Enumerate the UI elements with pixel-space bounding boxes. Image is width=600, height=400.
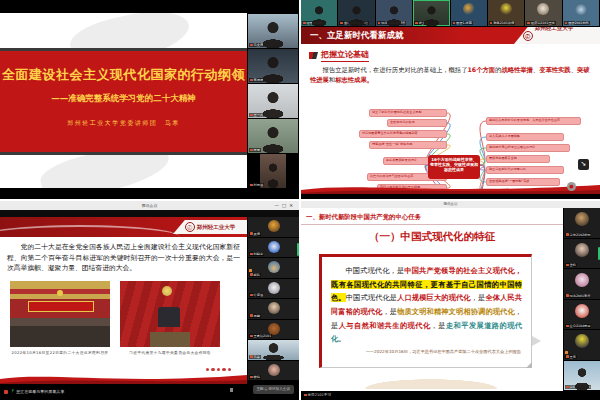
participant-strip: 经管林清蕊 会计2101董永洁 物流2001张梦瑶 张少华 国贸1-张蕊 财务2…	[301, 0, 600, 26]
mic-icon	[340, 22, 343, 25]
quote-box: 中国式现代化，是中国共产党领导的社会主义现代化，既有各国现代化的共同特征，更有基…	[319, 254, 532, 368]
section-flag-icon	[309, 52, 318, 59]
participant-name: 国贸1-张蕊	[456, 21, 472, 25]
participant-name: 吴倩	[254, 232, 260, 236]
close-icon[interactable]: ✕	[289, 203, 296, 208]
participant-name: 李婷婷	[254, 78, 264, 82]
video-tile[interactable]: 陈雪	[248, 119, 298, 153]
mindmap-node: 深入实施人才强国战略	[486, 133, 564, 141]
notification-icon[interactable]	[230, 388, 233, 392]
mindmap-node: 全面加强党的领导	[387, 119, 447, 127]
window-title: 腾讯会议	[142, 203, 158, 208]
participant-name: 马文博	[254, 43, 264, 47]
university-emblem-icon: Ⓩ	[523, 31, 533, 41]
slide-body-text: 报告立足新时代，在进行历史对比的基础上，概括了16个方面的战略性举措、变革性实践…	[310, 65, 591, 85]
university-logo: Ⓩ 郑州轻工业大学ZHENGZHOU UNIVERSITY OF LIGHT I…	[514, 27, 600, 44]
recording-icon	[4, 390, 8, 394]
upload-arrow-icon: ⇡	[10, 389, 14, 394]
meeting-screenshot-collage: 全面建设社会主义现代化国家的行动纲领 ——准确完整系统学习党的二十大精神 郑州轻…	[0, 0, 600, 400]
video-tile[interactable]: 国贸2001杨彤	[563, 0, 599, 26]
quote-source-caption: ——2022年10月16日，习近平总书记在中国共产党第二十次全国代表大会上的报告	[332, 349, 521, 354]
screen-share-annotation-icon[interactable]: ➘	[578, 159, 589, 170]
minimize-icon[interactable]: —	[274, 203, 282, 208]
quadrant-modernization-slide: 腾讯会议 一、新时代新阶段中国共产党的中心任务 （一）中国式现代化的特征 中国式…	[301, 201, 600, 400]
logo-text-cn: 郑州轻工业大学	[535, 27, 574, 31]
mic-icon	[250, 79, 253, 82]
mic-icon	[566, 355, 569, 358]
video-tile[interactable]: 国贸1-张蕊	[451, 0, 487, 26]
participant-name: 陈雪	[254, 148, 260, 152]
video-tile[interactable]: 刘晓宇	[248, 238, 299, 258]
cover-banner: 全面建设社会主义现代化国家的行动纲领 ——准确完整系统学习党的二十大精神 郑州轻…	[0, 48, 247, 155]
participant-name: 物流2001李瑶	[570, 294, 591, 298]
mic-icon	[250, 376, 253, 379]
participant-strip: 吴倩 刘晓宇 赵航 叶紫涵 周敏 王嘉欣2101 马寒 林悦	[248, 217, 299, 387]
mic-icon	[566, 294, 569, 297]
reaction-icon[interactable]: ●	[567, 182, 576, 191]
mindmap-center-node: 16个方面的战略性举措、变革性实践、突破性进展和标志性成果	[428, 155, 480, 179]
video-tile[interactable]: 李婷婷	[248, 49, 298, 83]
emblem-decoration	[57, 290, 63, 296]
quadrant-title-slide: 全面建设社会主义现代化国家的行动纲领 ——准确完整系统学习党的二十大精神 郑州轻…	[0, 0, 299, 199]
video-tile[interactable]: 应心2104陈霞	[564, 300, 600, 330]
mic-icon	[415, 22, 418, 25]
scrollbar-handle[interactable]	[297, 243, 299, 256]
video-tile[interactable]: 经济学2101王强	[525, 0, 561, 26]
video-tile-live[interactable]: 学前2101李珂	[564, 361, 600, 391]
join-request-toast[interactable]: 王晓洁 申请加入会议	[253, 385, 295, 394]
video-tile[interactable]: 物流2001李瑶	[564, 269, 600, 299]
video-tile[interactable]: 叶紫涵	[248, 279, 299, 299]
slide-footer-wave	[301, 180, 600, 194]
slide-modernization: 一、新时代新阶段中国共产党的中心任务 （一）中国式现代化的特征 中国式现代化，是…	[301, 208, 563, 391]
participant-name: 财务2101许倩	[493, 21, 514, 25]
mic-icon	[565, 22, 568, 25]
video-tile[interactable]: 财务2101许倩	[488, 0, 524, 26]
share-status-text: 您正在观看马寒的屏幕共享	[16, 389, 64, 394]
university-logo: Ⓩ 郑州轻工业大学	[173, 220, 247, 234]
video-tile[interactable]: 马文博	[248, 14, 298, 48]
slide-cover: 全面建设社会主义现代化国家的行动纲领 ——准确完整系统学习党的二十大精神 郑州轻…	[0, 13, 247, 188]
podium	[150, 332, 190, 347]
video-tile[interactable]: 王一凡	[248, 84, 298, 118]
video-tile[interactable]: 王乐	[564, 330, 600, 360]
video-tile[interactable]: 经管林清蕊	[301, 0, 337, 26]
mindmap-node: 创立了新时代中国特色社会主义思想	[369, 109, 447, 117]
participant-name: 马寒	[254, 355, 260, 359]
video-tile-live[interactable]: 马寒	[248, 340, 299, 360]
video-tile[interactable]: 周敏	[248, 299, 299, 319]
video-tile[interactable]: 会计2101董永洁	[338, 0, 374, 26]
photo-speaker-podium	[120, 281, 220, 347]
slide-author: 郑州轻工业大学党委讲师团 马寒	[0, 119, 247, 128]
mindmap-node: 对党和国家事业作出科学完整的战略部署	[359, 130, 447, 138]
video-tile[interactable]: 物流2001张梦瑶	[376, 0, 412, 26]
quadrant-congress-slide: 腾讯会议 —□✕ Ⓩ 郑州轻工业大学 党的二十大是在全党全国各族人民迈上全面建设…	[0, 201, 299, 400]
page-dots[interactable]	[206, 368, 232, 372]
video-tile-portrait[interactable]: 刘思涵	[248, 154, 298, 188]
participant-name: 王一凡	[254, 113, 264, 117]
mic-icon	[250, 273, 253, 276]
participant-strip: 学前2102张雨 金莉 物流2001李瑶 应心2104陈霞 王乐 学前2101李…	[564, 208, 600, 391]
video-tile[interactable]: 王嘉欣2101	[248, 320, 299, 340]
video-tile[interactable]: 吴倩	[248, 217, 299, 237]
mic-icon	[453, 22, 456, 25]
mic-icon	[566, 264, 569, 267]
slide-header-title: 一、新时代新阶段中国共产党的中心任务	[306, 213, 558, 222]
video-tile[interactable]: 金莉	[564, 239, 600, 269]
slide-body-text: 党的二十大是在全党全国各族人民迈上全面建设社会主义现代化国家新征程、向第二个百年…	[7, 242, 240, 274]
mic-icon	[527, 22, 530, 25]
speaker-figure	[158, 307, 180, 327]
mindmap: 16个方面的战略性举措、变革性实践、突破性进展和标志性成果 创立了新时代中国特色…	[301, 107, 600, 181]
video-tile[interactable]: 学前2102张雨	[564, 208, 600, 238]
video-tile[interactable]: 林悦	[248, 361, 299, 381]
participant-name: 学前2102张雨	[570, 233, 591, 237]
quadrant-mindmap-slide: 经管林清蕊 会计2101董永洁 物流2001张梦瑶 张少华 国贸1-张蕊 财务2…	[301, 0, 600, 199]
status-name-text: 学前2101李珂	[308, 393, 332, 397]
mindmap-node: 确立党在新时代的强军目标	[486, 166, 564, 174]
participant-name: 叶紫涵	[254, 293, 264, 297]
window-controls: —□✕	[274, 201, 296, 210]
mountain-decoration	[341, 373, 521, 389]
mic-icon	[250, 335, 253, 338]
logo-text-cn: 郑州轻工业大学	[197, 224, 236, 230]
video-tile[interactable]: 赵航	[248, 258, 299, 278]
video-tile-active-speaker[interactable]: 张少华	[413, 0, 449, 26]
